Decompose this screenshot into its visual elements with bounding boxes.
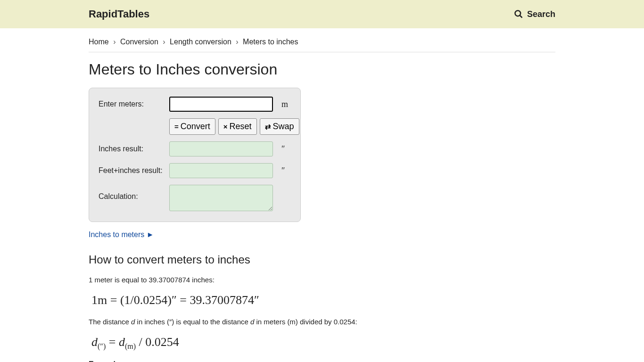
site-logo[interactable]: RapidTables xyxy=(89,8,149,20)
breadcrumb: Home › Conversion › Length conversion › … xyxy=(89,28,555,52)
calculation-label: Calculation: xyxy=(99,185,169,201)
howto-p1: 1 meter is equal to 39.37007874 inches: xyxy=(89,275,555,285)
calculation-output xyxy=(169,185,273,211)
feet-inches-result-label: Feet+inches result: xyxy=(99,166,169,175)
formula-2: d(″) = d(m) / 0.0254 xyxy=(91,335,555,351)
example-heading: Example xyxy=(89,360,390,362)
breadcrumb-conversion[interactable]: Conversion xyxy=(120,38,158,46)
reset-button[interactable]: ×Reset xyxy=(218,118,257,135)
inches-output xyxy=(169,141,273,156)
feet-inches-output xyxy=(169,163,273,178)
page-title: Meters to Inches conversion xyxy=(89,61,555,78)
inches-result-label: Inches result: xyxy=(99,145,169,153)
svg-point-0 xyxy=(515,11,520,16)
svg-line-1 xyxy=(520,16,522,18)
calculator-box: Enter meters: m =Convert ×Reset ⇄Swap In… xyxy=(89,88,301,222)
swap-icon: ⇄ xyxy=(265,123,271,131)
search-button[interactable]: Search xyxy=(514,9,555,19)
howto-p2: The distance d in inches (″) is equal to… xyxy=(89,317,555,327)
inches-to-meters-link[interactable]: Inches to meters ► xyxy=(89,230,154,239)
meters-unit: m xyxy=(281,99,288,109)
search-label: Search xyxy=(527,9,555,19)
feet-inches-unit: ″ xyxy=(281,166,285,176)
breadcrumb-current: Meters to inches xyxy=(243,38,298,46)
search-icon xyxy=(514,9,523,19)
close-icon: × xyxy=(223,123,228,131)
top-bar: RapidTables Search xyxy=(0,0,644,28)
inches-unit: ″ xyxy=(281,144,285,154)
enter-meters-label: Enter meters: xyxy=(99,100,169,108)
equals-icon: = xyxy=(174,123,179,131)
howto-heading: How to convert meters to inches xyxy=(89,253,555,266)
breadcrumb-length[interactable]: Length conversion xyxy=(170,38,231,46)
meters-input[interactable] xyxy=(169,97,273,112)
convert-button[interactable]: =Convert xyxy=(169,118,215,135)
swap-button[interactable]: ⇄Swap xyxy=(260,118,299,135)
breadcrumb-home[interactable]: Home xyxy=(89,38,109,46)
formula-1: 1m = (1/0.0254)″ = 39.37007874″ xyxy=(91,293,555,307)
